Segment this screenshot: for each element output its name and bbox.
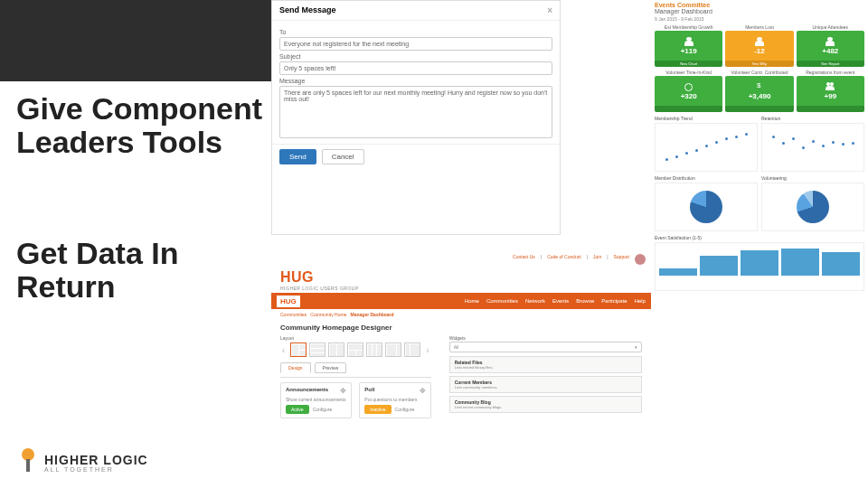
top-link-support[interactable]: Support xyxy=(613,254,629,265)
layout-option-4[interactable] xyxy=(347,343,363,357)
widget-poll[interactable]: Poll✥ Put questions to members Inactive … xyxy=(359,382,430,418)
stat-sublink[interactable]: See Report xyxy=(797,61,864,67)
community-designer: Contact Us| Code of Conduct| Join| Suppo… xyxy=(271,251,651,486)
side-widget-community-blog[interactable]: Community Blog Lists recent community bl… xyxy=(449,396,642,413)
bar-chart-satisfaction xyxy=(655,242,864,291)
subject-field[interactable]: Only 5 spaces left! xyxy=(279,61,552,75)
nav-events[interactable]: Events xyxy=(552,298,569,304)
top-link-join[interactable]: Join xyxy=(593,254,601,265)
line-chart-retention xyxy=(761,123,864,172)
to-label: To xyxy=(279,29,552,35)
layout-option-6[interactable] xyxy=(385,343,401,357)
widget-poll-desc: Put questions to members xyxy=(364,397,425,402)
nav-communities[interactable]: Communities xyxy=(486,298,518,304)
dollar-icon xyxy=(755,82,764,91)
cancel-button[interactable]: Cancel xyxy=(322,149,364,164)
hug-logo: HUG HIGHER LOGIC USERS GROUP xyxy=(271,267,651,293)
stat-value: +119 xyxy=(681,47,697,55)
stat-value: -12 xyxy=(754,47,765,55)
person-icon xyxy=(755,37,764,46)
slide-heading-1: Give Component Leaders Tools xyxy=(16,92,271,158)
message-field[interactable]: There are only 5 spaces left for our nex… xyxy=(279,86,552,138)
widget-announcements[interactable]: Announcements✥ Show current announcement… xyxy=(280,382,352,418)
layout-option-3[interactable] xyxy=(328,343,344,357)
stat-label: Volunteer Contr. Contributed xyxy=(725,70,793,75)
breadcrumb: Communities Community Home Manager Dashb… xyxy=(271,309,651,320)
clock-icon xyxy=(684,83,693,91)
stat-sublink[interactable] xyxy=(797,106,864,112)
widget-poll-title: Poll xyxy=(364,387,374,395)
manager-dashboard: Events Committee Manager Dashboard 9 Jan… xyxy=(651,0,868,352)
stat-card[interactable]: Est Membership Growth+119New Chart xyxy=(655,24,722,67)
stat-value: +3,490 xyxy=(749,92,771,100)
stat-value: +320 xyxy=(681,92,697,100)
tab-preview[interactable]: Preview xyxy=(315,362,347,373)
nav-participate[interactable]: Participate xyxy=(601,298,627,304)
people-icon xyxy=(826,82,835,91)
top-link-conduct[interactable]: Code of Conduct xyxy=(547,254,581,265)
hug-top-links: Contact Us| Code of Conduct| Join| Suppo… xyxy=(271,251,651,267)
side-widget-current-members[interactable]: Current Members Lists community members. xyxy=(449,376,642,393)
crumb-communities[interactable]: Communities xyxy=(280,312,307,317)
nav-brand[interactable]: HUG xyxy=(277,296,300,307)
stat-label: Volunteer Time-In-Kind xyxy=(655,70,722,75)
slide-accent-block xyxy=(0,0,271,81)
person-icon xyxy=(826,37,835,46)
dashboard-date-range: 9 Jan 2015 - 9 Feb 2015 xyxy=(655,16,864,22)
logo-text-main: HIGHER LOGIC xyxy=(44,454,148,466)
layout-option-5[interactable] xyxy=(366,343,382,357)
status-inactive-button[interactable]: Inactive xyxy=(364,405,391,414)
logo-text-sub: ALL TOGETHER xyxy=(44,466,148,473)
nav-help[interactable]: Help xyxy=(635,298,646,304)
stat-card[interactable]: Volunteer Time-In-Kind+320 xyxy=(655,70,722,112)
top-link-contact[interactable]: Contact Us xyxy=(513,254,535,265)
stat-card[interactable]: Registrations from event+99 xyxy=(797,70,864,112)
stat-label: Unique Attendees xyxy=(797,24,864,30)
send-message-modal: Send Message × To Everyone not registere… xyxy=(271,0,561,235)
stat-card[interactable]: Volunteer Contr. Contributed+3,490 xyxy=(725,70,793,112)
person-icon xyxy=(684,37,693,46)
to-field[interactable]: Everyone not registered for the next mee… xyxy=(279,37,552,51)
chevron-right-icon[interactable]: › xyxy=(424,345,430,355)
chevron-down-icon: ▾ xyxy=(635,344,637,350)
configure-link[interactable]: Configure xyxy=(313,407,333,412)
widget-announcements-desc: Show current announcements xyxy=(286,397,346,402)
layout-option-7[interactable] xyxy=(404,343,420,357)
avatar[interactable] xyxy=(635,254,646,265)
pie-chart-2-title: Volunteering xyxy=(761,175,864,181)
status-active-button[interactable]: Active xyxy=(286,405,309,414)
stat-sublink[interactable] xyxy=(725,106,793,112)
layout-option-2[interactable] xyxy=(309,343,326,357)
chevron-left-icon[interactable]: ‹ xyxy=(280,345,287,355)
stat-sublink[interactable]: See Why xyxy=(725,61,793,67)
move-icon[interactable]: ✥ xyxy=(340,387,346,395)
stat-label: Registrations from event xyxy=(797,70,864,75)
stat-value: +482 xyxy=(822,47,838,55)
stat-sublink[interactable] xyxy=(655,106,722,112)
close-icon[interactable]: × xyxy=(547,5,552,15)
stat-card[interactable]: Unique Attendees+482See Report xyxy=(797,24,864,67)
line-chart-2-title: Retention xyxy=(761,116,864,121)
pie-chart-volunteering xyxy=(761,183,864,231)
footer-logo: HIGHER LOGIC ALL TOGETHER xyxy=(18,448,148,477)
layout-option-1[interactable] xyxy=(290,343,307,357)
stat-label: Members Lost xyxy=(725,24,793,30)
stat-card[interactable]: Members Lost-12See Why xyxy=(725,24,793,67)
configure-link[interactable]: Configure xyxy=(395,407,415,412)
widgets-filter-select[interactable]: All ▾ xyxy=(449,342,642,352)
side-widget-related-files[interactable]: Related Files Lists related library file… xyxy=(449,356,642,373)
widget-announcements-title: Announcements xyxy=(286,387,328,395)
nav-network[interactable]: Network xyxy=(525,298,545,304)
nav-home[interactable]: Home xyxy=(465,298,479,304)
dashboard-subtitle: Manager Dashboard xyxy=(655,8,864,14)
move-icon[interactable]: ✥ xyxy=(420,387,426,395)
crumb-dashboard[interactable]: Manager Dashboard xyxy=(351,312,394,317)
modal-title: Send Message xyxy=(279,5,336,15)
message-label: Message xyxy=(279,78,552,84)
nav-browse[interactable]: Browse xyxy=(576,298,594,304)
send-button[interactable]: Send xyxy=(279,149,316,164)
tab-design[interactable]: Design xyxy=(280,362,311,373)
crumb-home[interactable]: Community Home xyxy=(310,312,346,317)
stat-sublink[interactable]: New Chart xyxy=(655,61,722,67)
hug-logo-text: HUG xyxy=(280,269,642,286)
